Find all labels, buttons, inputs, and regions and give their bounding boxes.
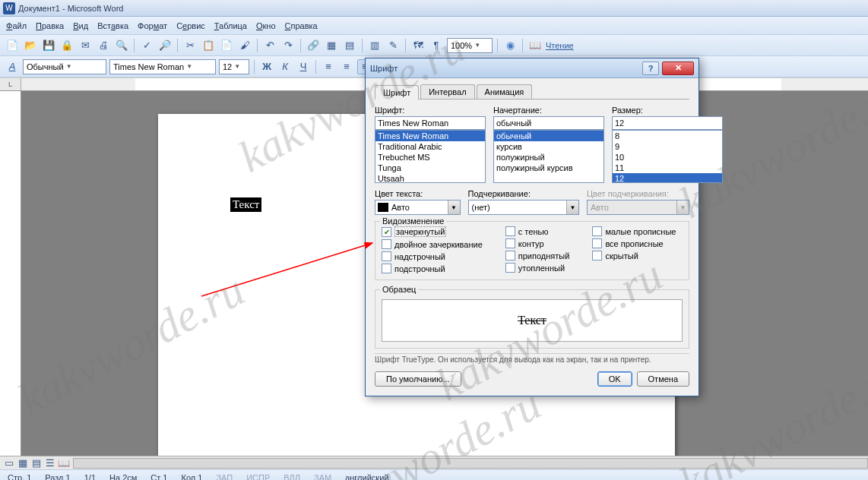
reading-label[interactable]: Чтение	[546, 41, 574, 50]
open-icon[interactable]: 📂	[23, 38, 38, 53]
list-item[interactable]: Utsaah	[375, 173, 485, 183]
checkbox-super[interactable]: надстрочный	[382, 251, 483, 261]
tab-font[interactable]: Шрифт	[375, 85, 419, 99]
hyperlink-icon[interactable]: 🔗	[306, 38, 321, 53]
list-item[interactable]: обычный	[494, 131, 603, 141]
zoom-combo[interactable]: 100%▼	[447, 38, 493, 53]
style-input[interactable]	[493, 116, 604, 130]
cancel-button[interactable]: Отмена	[637, 371, 689, 387]
permission-icon[interactable]: 🔒	[59, 38, 74, 53]
font-combo[interactable]: Times New Roman▼	[109, 59, 216, 74]
mail-icon[interactable]: ✉	[78, 38, 93, 53]
bold-button[interactable]: Ж	[259, 59, 274, 74]
view-outline-icon[interactable]: ☰	[44, 458, 56, 469]
drawing-icon[interactable]: ✎	[385, 38, 401, 53]
list-item[interactable]: 9	[613, 141, 722, 152]
checkbox-dstrike[interactable]: двойное зачеркивание	[382, 239, 483, 249]
list-item[interactable]: 12	[613, 173, 722, 183]
checkbox-outline[interactable]: контур	[505, 238, 570, 248]
status-rec[interactable]: ЗАП	[216, 473, 233, 481]
italic-button[interactable]: К	[277, 59, 293, 74]
checkbox-shadow[interactable]: с тенью	[505, 226, 570, 236]
cut-icon[interactable]: ✂	[182, 38, 198, 53]
list-item[interactable]: 8	[613, 131, 722, 141]
view-web-icon[interactable]: ▦	[17, 458, 29, 469]
spell-icon[interactable]: ✓	[139, 38, 154, 53]
ruler-vertical[interactable]	[0, 91, 21, 456]
menu-help[interactable]: Справка	[285, 21, 318, 30]
checkbox-emboss[interactable]: приподнятый	[505, 251, 570, 261]
paragraph-icon[interactable]: ¶	[429, 38, 444, 53]
tab-anim[interactable]: Анимация	[477, 84, 533, 99]
save-icon[interactable]: 💾	[41, 38, 56, 53]
help-button[interactable]: ?	[642, 62, 659, 75]
status-ovr[interactable]: ЗАМ	[314, 473, 331, 481]
default-button[interactable]: По умолчанию...	[375, 371, 461, 387]
research-icon[interactable]: 🔎	[157, 38, 173, 53]
dialog-titlebar[interactable]: Шрифт ? ✕	[366, 58, 699, 78]
new-icon[interactable]: 📄	[5, 38, 20, 53]
align-center-icon[interactable]: ≡	[339, 59, 354, 74]
color-combo[interactable]: Авто ▼	[375, 200, 461, 215]
doc-map-icon[interactable]: 🗺	[410, 38, 426, 53]
size-input[interactable]	[612, 116, 723, 130]
list-item[interactable]: 11	[613, 163, 722, 173]
undo-icon[interactable]: ↶	[262, 38, 277, 53]
menu-edit[interactable]: Правка	[36, 21, 64, 30]
menu-insert[interactable]: Вставка	[97, 21, 128, 30]
list-item[interactable]: Tunga	[375, 163, 485, 173]
menu-tools[interactable]: Сервис	[176, 21, 205, 30]
align-left-icon[interactable]: ≡	[321, 59, 336, 74]
insert-table-icon[interactable]: ▤	[342, 38, 357, 53]
styles-aa-icon[interactable]: A	[5, 59, 20, 74]
checkbox-engrave[interactable]: утопленный	[505, 263, 570, 273]
help-icon[interactable]: ◉	[502, 38, 518, 53]
scroll-track[interactable]	[73, 458, 868, 469]
checkbox-allcaps[interactable]: все прописные	[592, 238, 676, 248]
underline-button[interactable]: Ч	[296, 59, 311, 74]
list-item[interactable]: полужирный курсив	[494, 163, 603, 173]
checkbox-smallcaps[interactable]: малые прописные	[592, 226, 676, 236]
tab-spacing[interactable]: Интервал	[420, 84, 474, 99]
checkbox-sub[interactable]: подстрочный	[382, 264, 483, 273]
view-print-icon[interactable]: ▤	[30, 458, 43, 469]
scrollbar-horizontal[interactable]: ▭ ▦ ▤ ☰ 📖	[0, 456, 868, 469]
underline-combo[interactable]: (нет) ▼	[468, 200, 579, 215]
menu-format[interactable]: Формат	[138, 21, 167, 30]
ruler-corner-icon[interactable]: L	[0, 78, 21, 90]
menu-file[interactable]: Файл	[6, 21, 27, 30]
list-item[interactable]: Times New Roman	[375, 131, 485, 141]
list-item[interactable]: Trebuchet MS	[375, 152, 485, 163]
redo-icon[interactable]: ↷	[280, 38, 296, 53]
view-normal-icon[interactable]: ▭	[3, 458, 15, 469]
print-icon[interactable]: 🖨	[96, 38, 111, 53]
list-item[interactable]: Traditional Arabic	[375, 141, 485, 152]
table-grid-icon[interactable]: ▦	[324, 38, 339, 53]
font-list[interactable]: Times New Roman Traditional Arabic Trebu…	[375, 130, 486, 183]
copy-icon[interactable]: 📋	[201, 38, 216, 53]
view-reading-icon[interactable]: 📖	[58, 458, 70, 469]
list-item[interactable]: курсив	[494, 141, 603, 152]
status-lang[interactable]: английский	[345, 473, 388, 481]
size-list[interactable]: 8 9 10 11 12	[612, 130, 723, 183]
menu-window[interactable]: Окно	[256, 21, 276, 30]
ok-button[interactable]: OK	[597, 371, 632, 387]
menu-table[interactable]: Таблица	[214, 21, 247, 30]
checkbox-hidden[interactable]: скрытый	[592, 251, 676, 261]
font-input[interactable]	[375, 116, 486, 130]
style-combo[interactable]: Обычный▼	[23, 59, 106, 74]
list-item[interactable]: полужирный	[494, 152, 603, 163]
columns-icon[interactable]: ▥	[367, 38, 382, 53]
preview-icon[interactable]: 🔍	[114, 38, 129, 53]
list-item[interactable]: 10	[613, 152, 722, 163]
size-combo[interactable]: 12▼	[219, 59, 249, 74]
format-painter-icon[interactable]: 🖌	[237, 38, 252, 53]
style-list[interactable]: обычный курсив полужирный полужирный кур…	[493, 130, 604, 183]
paste-icon[interactable]: 📄	[219, 38, 234, 53]
menu-view[interactable]: Вид	[73, 21, 88, 30]
status-trk[interactable]: ИСПР	[246, 473, 270, 481]
checkbox-strike[interactable]: зачеркнутый	[382, 226, 483, 237]
close-button[interactable]: ✕	[662, 62, 694, 75]
status-ext[interactable]: ВДЛ	[284, 473, 300, 481]
reading-layout-icon[interactable]: 📖	[527, 38, 543, 53]
